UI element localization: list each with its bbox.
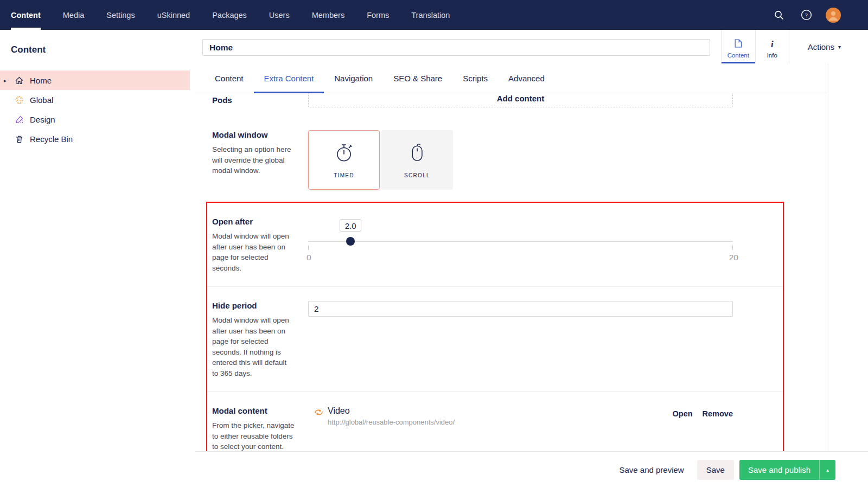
nav-item-media[interactable]: Media [63, 0, 85, 30]
panel-tab-content[interactable]: Content [721, 30, 755, 63]
tab-content[interactable]: Content [205, 63, 254, 93]
actions-label: Actions [808, 42, 834, 52]
remove-link[interactable]: Remove [703, 409, 733, 418]
add-content-button[interactable]: Add content [308, 93, 733, 107]
hide-period-label: Hide period [212, 301, 308, 310]
picked-item-title: Video [328, 406, 455, 416]
slider-min-label: 0 [307, 253, 311, 262]
property-hide-period: Hide period Modal window will open after… [207, 286, 783, 391]
tree-item-label: Recycle Bin [30, 134, 73, 144]
slider-track[interactable] [308, 241, 733, 242]
tab-extra-content[interactable]: Extra Content [254, 63, 324, 93]
add-content-label: Add content [497, 94, 545, 103]
slider-tick-max [732, 246, 733, 250]
nav-item-settings[interactable]: Settings [106, 0, 135, 30]
tree-item-home[interactable]: ▸ Home [0, 70, 190, 90]
tree-item-label: Design [30, 115, 55, 124]
sync-loop-icon [314, 409, 324, 416]
option-label: TIMED [334, 172, 354, 178]
tab-advanced[interactable]: Advanced [498, 63, 555, 93]
modal-window-label: Modal window [212, 130, 308, 139]
property-pods: Pods Add content [205, 93, 828, 107]
publish-options-caret[interactable]: ▴ [819, 460, 835, 480]
editor-tab-bar: Content Extra Content Navigation SEO & S… [195, 63, 828, 93]
option-label: SCROLL [404, 172, 430, 178]
save-button[interactable]: Save [697, 460, 734, 480]
tree-item-label: Global [30, 95, 53, 105]
open-after-description: Modal window will open after user has be… [212, 231, 295, 273]
nav-item-uskinned[interactable]: uSkinned [157, 0, 190, 30]
user-avatar[interactable] [826, 8, 841, 23]
home-icon [14, 75, 24, 85]
hide-period-input[interactable] [308, 301, 733, 317]
actions-dropdown[interactable]: Actions ▾ [808, 42, 841, 52]
content-tree-sidebar: Content ▸ Home Global [0, 30, 195, 488]
editor-header: Content i Info Actions ▾ [195, 30, 868, 63]
nav-item-translation[interactable]: Translation [411, 0, 450, 30]
expand-caret-icon[interactable]: ▸ [4, 78, 7, 84]
tab-navigation[interactable]: Navigation [324, 63, 383, 93]
pods-label: Pods [212, 93, 308, 105]
picked-item-url: http://global/reusable-components/video/ [328, 418, 455, 426]
save-and-publish-label: Save and publish [739, 460, 819, 480]
tree-item-recycle-bin[interactable]: Recycle Bin [0, 129, 190, 149]
help-icon[interactable]: ? [799, 8, 814, 23]
design-brush-icon [14, 114, 24, 124]
picked-item-actions: Open Remove [673, 406, 733, 418]
info-icon: i [771, 40, 774, 49]
editor-footer: Save and preview Save Save and publish ▴ [195, 451, 868, 488]
panel-tab-info[interactable]: i Info [755, 30, 789, 63]
chevron-up-icon: ▴ [826, 467, 829, 473]
panel-tab-label: Content [727, 52, 749, 59]
slider-value-bubble: 2.0 [340, 219, 361, 232]
stopwatch-icon [334, 142, 354, 165]
slider-thumb[interactable] [346, 237, 355, 246]
modal-option-timed[interactable]: TIMED [308, 130, 380, 190]
tree-item-design[interactable]: Design [0, 110, 190, 129]
slider-tick-min [308, 246, 309, 250]
nav-item-packages[interactable]: Packages [212, 0, 247, 30]
document-icon [735, 39, 742, 49]
panel-tab-label: Info [767, 52, 777, 59]
trash-icon [14, 134, 24, 144]
nav-item-users[interactable]: Users [269, 0, 290, 30]
picked-content-item: Video http://global/reusable-components/… [308, 406, 733, 426]
content-editor: Content i Info Actions ▾ Content Extra C… [195, 30, 868, 488]
slider-max-label: 20 [729, 253, 738, 262]
chevron-down-icon: ▾ [838, 44, 841, 50]
nav-item-content[interactable]: Content [11, 0, 41, 30]
hide-period-description: Modal window will open after user has be… [212, 315, 295, 378]
globe-icon [14, 95, 24, 105]
highlight-annotation-box: Open after Modal window will open after … [206, 202, 784, 451]
nav-item-forms[interactable]: Forms [367, 0, 389, 30]
tab-seo-share[interactable]: SEO & Share [383, 63, 452, 93]
top-nav-right: ? [771, 8, 841, 23]
open-after-label: Open after [212, 217, 308, 226]
modal-option-scroll[interactable]: SCROLL [381, 130, 453, 190]
property-open-after: Open after Modal window will open after … [207, 203, 783, 286]
content-tree: ▸ Home Global Design [0, 70, 195, 149]
editor-app-tabs: Content i Info [721, 30, 789, 63]
top-navigation: Content Media Settings uSkinned Packages… [0, 0, 868, 30]
open-after-slider[interactable]: 2.0 0 20 [308, 217, 733, 267]
svg-text:?: ? [805, 12, 808, 18]
picked-item-text: Video http://global/reusable-components/… [328, 406, 455, 426]
save-and-preview-link[interactable]: Save and preview [619, 465, 684, 474]
open-link[interactable]: Open [673, 409, 693, 418]
search-icon[interactable] [771, 8, 787, 23]
save-and-publish-button[interactable]: Save and publish ▴ [739, 460, 835, 480]
sidebar-title: Content [0, 44, 195, 55]
modal-content-description: From the picker, navigate to either reus… [212, 420, 295, 451]
mouse-icon [410, 142, 425, 165]
editor-body: Content Extra Content Navigation SEO & S… [195, 63, 828, 451]
modal-content-label: Modal content [212, 406, 308, 415]
tree-item-global[interactable]: Global [0, 90, 190, 110]
tab-scripts[interactable]: Scripts [452, 63, 498, 93]
main-layout: Content ▸ Home Global [0, 30, 868, 488]
property-modal-window: Modal window Selecting an option here wi… [205, 116, 828, 202]
modal-window-description: Selecting an option here will override t… [212, 144, 295, 176]
nav-item-members[interactable]: Members [312, 0, 344, 30]
umbraco-backoffice: Content Media Settings uSkinned Packages… [0, 0, 868, 488]
editor-scroll-area[interactable]: Pods Add content Modal window Selecting [195, 93, 828, 451]
page-title-input[interactable] [202, 39, 710, 56]
